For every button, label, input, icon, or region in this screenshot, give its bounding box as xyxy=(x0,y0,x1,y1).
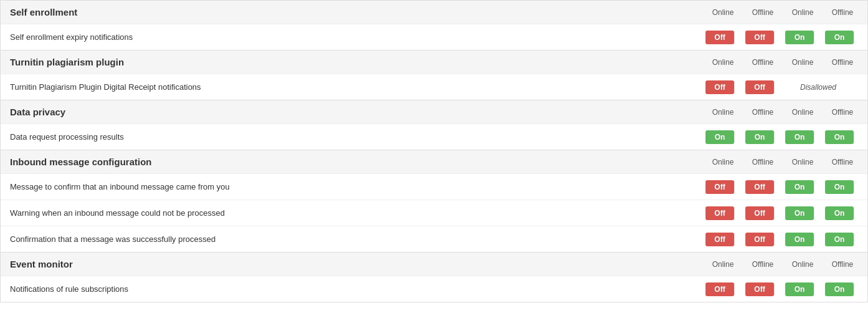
col-header-0: Online xyxy=(701,108,745,117)
row-controls: OffOffOnOn xyxy=(701,31,858,44)
column-headers-event-monitor: OnlineOfflineOnlineOffline xyxy=(701,260,858,269)
notifications-table: Self enrollmentOnlineOfflineOnlineOfflin… xyxy=(0,0,868,302)
col-header-3: Offline xyxy=(821,108,864,117)
btn-on-3[interactable]: On xyxy=(825,180,854,194)
row-controls: OffOffOnOn xyxy=(701,282,858,296)
col-header-3: Offline xyxy=(821,260,864,269)
row-controls: OffOffOnOn xyxy=(701,206,858,220)
btn-on-2[interactable]: On xyxy=(785,130,814,144)
col-header-3: Offline xyxy=(821,158,864,166)
btn-off-0[interactable]: Off xyxy=(705,80,734,94)
col-header-1: Offline xyxy=(741,58,785,67)
col-header-1: Offline xyxy=(741,108,785,117)
btn-off-0[interactable]: Off xyxy=(705,233,734,246)
section-header-self-enrollment: Self enrollmentOnlineOfflineOnlineOfflin… xyxy=(1,0,867,24)
col-header-2: Online xyxy=(781,8,824,17)
column-headers-data-privacy: OnlineOfflineOnlineOffline xyxy=(701,108,858,117)
section-title-data-privacy: Data privacy xyxy=(10,107,701,117)
btn-off-0[interactable]: Off xyxy=(705,282,734,296)
table-row: Self enrollment expiry notificationsOffO… xyxy=(1,24,867,50)
row-label: Warning when an inbound message could no… xyxy=(10,208,701,218)
col-header-1: Offline xyxy=(741,8,785,17)
btn-on-2[interactable]: On xyxy=(785,206,814,220)
btn-on-3[interactable]: On xyxy=(825,233,854,246)
section-title-event-monitor: Event monitor xyxy=(10,259,701,269)
btn-off-1[interactable]: Off xyxy=(745,282,774,296)
disallowed-label: Disallowed xyxy=(781,83,856,92)
table-row: Data request processing resultsOnOnOnOn xyxy=(1,123,867,150)
btn-on-2[interactable]: On xyxy=(785,180,814,194)
btn-on-2[interactable]: On xyxy=(785,282,814,296)
btn-off-0[interactable]: Off xyxy=(705,31,734,44)
btn-on-2[interactable]: On xyxy=(785,233,814,246)
col-header-2: Online xyxy=(781,260,824,269)
column-headers-inbound-message: OnlineOfflineOnlineOffline xyxy=(701,158,858,166)
row-controls: OffOffDisallowed xyxy=(701,80,858,94)
section-header-event-monitor: Event monitorOnlineOfflineOnlineOffline xyxy=(1,252,867,276)
btn-off-1[interactable]: Off xyxy=(745,233,774,246)
col-header-2: Online xyxy=(781,108,824,117)
col-header-3: Offline xyxy=(821,58,864,67)
row-controls: OnOnOnOn xyxy=(701,130,858,144)
column-headers-self-enrollment: OnlineOfflineOnlineOffline xyxy=(701,8,858,17)
row-label: Data request processing results xyxy=(10,132,701,142)
row-controls: OffOffOnOn xyxy=(701,233,858,246)
btn-off-1[interactable]: Off xyxy=(745,31,774,44)
col-header-2: Online xyxy=(781,158,824,166)
col-header-0: Online xyxy=(701,260,745,269)
btn-off-1[interactable]: Off xyxy=(745,180,774,194)
table-row: Message to confirm that an inbound messa… xyxy=(1,173,867,200)
btn-on-0[interactable]: On xyxy=(705,130,734,144)
section-header-data-privacy: Data privacyOnlineOfflineOnlineOffline xyxy=(1,100,867,123)
btn-on-1[interactable]: On xyxy=(745,130,774,144)
col-header-0: Online xyxy=(701,8,745,17)
section-header-inbound-message: Inbound message configurationOnlineOffli… xyxy=(1,150,867,173)
col-header-3: Offline xyxy=(821,8,864,17)
section-title-inbound-message: Inbound message configuration xyxy=(10,157,701,167)
table-row: Confirmation that a message was successf… xyxy=(1,226,867,252)
col-header-0: Online xyxy=(701,158,745,166)
table-row: Warning when an inbound message could no… xyxy=(1,200,867,226)
section-header-turnitin: Turnitin plagiarism pluginOnlineOfflineO… xyxy=(1,50,867,74)
row-controls: OffOffOnOn xyxy=(701,180,858,194)
row-label: Self enrollment expiry notifications xyxy=(10,32,701,42)
table-row: Notifications of rule subscriptionsOffOf… xyxy=(1,276,867,302)
btn-on-3[interactable]: On xyxy=(825,31,854,44)
btn-on-3[interactable]: On xyxy=(825,206,854,220)
row-label: Turnitin Plagiarism Plugin Digital Recei… xyxy=(10,82,701,92)
btn-on-3[interactable]: On xyxy=(825,282,854,296)
col-header-1: Offline xyxy=(741,260,785,269)
row-label: Notifications of rule subscriptions xyxy=(10,284,701,294)
column-headers-turnitin: OnlineOfflineOnlineOffline xyxy=(701,58,858,67)
row-label: Confirmation that a message was successf… xyxy=(10,234,701,244)
col-header-2: Online xyxy=(781,58,824,67)
col-header-1: Offline xyxy=(741,158,785,166)
btn-off-0[interactable]: Off xyxy=(705,180,734,194)
col-header-0: Online xyxy=(701,58,745,67)
btn-off-1[interactable]: Off xyxy=(745,80,774,94)
btn-on-3[interactable]: On xyxy=(825,130,854,144)
section-title-self-enrollment: Self enrollment xyxy=(10,7,701,17)
section-title-turnitin: Turnitin plagiarism plugin xyxy=(10,57,701,67)
btn-off-0[interactable]: Off xyxy=(705,206,734,220)
table-row: Turnitin Plagiarism Plugin Digital Recei… xyxy=(1,74,867,100)
btn-on-2[interactable]: On xyxy=(785,31,814,44)
btn-off-1[interactable]: Off xyxy=(745,206,774,220)
row-label: Message to confirm that an inbound messa… xyxy=(10,182,701,191)
